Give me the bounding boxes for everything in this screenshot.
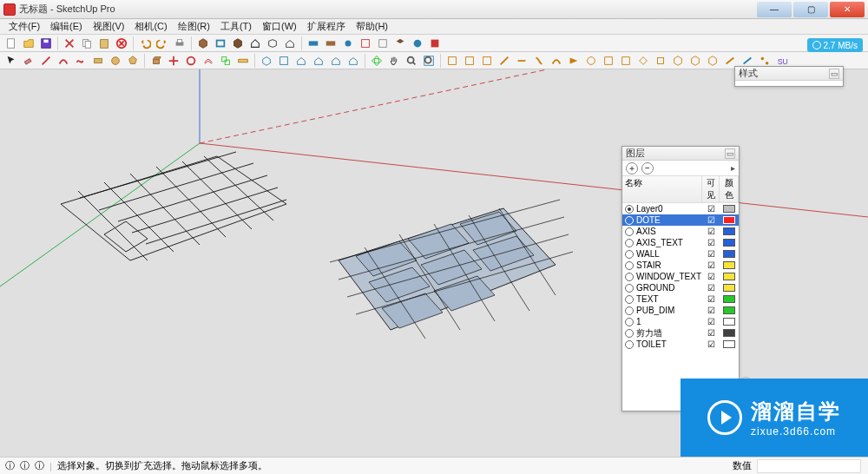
ext-btn-3[interactable] [340, 36, 356, 51]
polygon-tool[interactable] [125, 53, 141, 69]
layer-active-radio[interactable] [625, 306, 634, 315]
plugin-icon[interactable] [496, 53, 512, 69]
layers-menu-button[interactable]: ▸ [731, 163, 735, 173]
layer-color-swatch[interactable] [723, 227, 735, 235]
house-button[interactable] [282, 36, 298, 51]
box-button[interactable] [265, 36, 280, 51]
layer-row[interactable]: 1☑ [622, 316, 739, 327]
layer-color-swatch[interactable] [723, 261, 735, 269]
layer-color-swatch[interactable] [723, 205, 735, 213]
ext-btn-4[interactable] [358, 36, 373, 51]
layers-panel[interactable]: 图层 ▭ ＋ − ▸ 名称 可见 颜色 Layer0☑DOTE☑AXIS☑AXI… [621, 146, 740, 411]
layer-active-radio[interactable] [625, 216, 634, 225]
pan-tool[interactable] [386, 53, 402, 69]
layer-visible-checkbox[interactable]: ☑ [702, 328, 720, 338]
left-view-button[interactable] [345, 53, 361, 69]
layer-color-swatch[interactable] [723, 239, 735, 247]
print-button[interactable] [172, 36, 187, 51]
layer-color-swatch[interactable] [723, 340, 735, 348]
layer-visible-checkbox[interactable]: ☑ [702, 215, 720, 225]
menu-view[interactable]: 视图(V) [88, 20, 130, 33]
layer-active-radio[interactable] [625, 250, 634, 259]
menu-help[interactable]: 帮助(H) [351, 20, 393, 33]
layer-color-swatch[interactable] [723, 318, 735, 326]
scale-tool[interactable] [218, 53, 233, 69]
ext-btn-7[interactable] [410, 36, 425, 51]
plugin-icon[interactable] [566, 53, 582, 69]
layer-active-radio[interactable] [625, 329, 634, 338]
window-maximize-button[interactable]: ▢ [793, 2, 828, 17]
layer-color-swatch[interactable] [723, 250, 735, 258]
layer-visible-checkbox[interactable]: ☑ [702, 227, 720, 236]
plugin-icon[interactable] [531, 53, 547, 69]
offset-tool[interactable] [201, 53, 216, 69]
plugin-icon[interactable] [462, 53, 477, 69]
pushpull-tool[interactable] [148, 53, 164, 69]
rect-tool[interactable] [90, 53, 106, 69]
plugin-icon[interactable] [583, 53, 599, 69]
layer-color-swatch[interactable] [723, 284, 735, 292]
status-icon[interactable]: ⓘ [35, 459, 44, 472]
new-file-button[interactable] [3, 36, 19, 51]
dim-input[interactable] [757, 459, 861, 473]
add-layer-button[interactable]: ＋ [626, 162, 638, 174]
ext-btn-6[interactable] [392, 36, 408, 51]
layer-visible-checkbox[interactable]: ☑ [702, 238, 720, 247]
open-file-button[interactable] [21, 36, 36, 51]
rotate-tool[interactable] [183, 53, 199, 69]
layer-color-swatch[interactable] [723, 273, 735, 280]
layer-color-swatch[interactable] [723, 329, 735, 337]
layer-row[interactable]: Layer0☑ [622, 203, 739, 214]
window-close-button[interactable]: ✕ [830, 2, 865, 17]
layer-active-radio[interactable] [625, 284, 634, 293]
zoom-tool[interactable] [404, 53, 419, 69]
layer-visible-checkbox[interactable]: ☑ [702, 283, 720, 293]
layer-row[interactable]: TOILET☑ [622, 339, 739, 350]
front-view-button[interactable] [293, 53, 309, 69]
layer-color-swatch[interactable] [723, 216, 735, 224]
ext-btn-5[interactable] [375, 36, 391, 51]
plugin-icon[interactable] [670, 53, 686, 69]
select-tool[interactable] [3, 53, 19, 69]
plugin-icon[interactable] [549, 53, 564, 69]
layer-row[interactable]: WINDOW_TEXT☑ [622, 271, 739, 282]
styles-panel[interactable]: 样式 ▭ [734, 66, 844, 87]
menu-edit[interactable]: 编辑(E) [45, 20, 88, 33]
plugin-icon[interactable] [687, 53, 703, 69]
layer-visible-checkbox[interactable]: ☑ [702, 294, 720, 304]
col-color[interactable]: 颜色 [720, 176, 739, 202]
layer-active-radio[interactable] [625, 227, 634, 236]
plugin-icon[interactable] [635, 53, 651, 69]
menu-draw[interactable]: 绘图(R) [173, 20, 215, 33]
zoom-extents-button[interactable] [421, 53, 437, 69]
freehand-tool[interactable] [73, 53, 89, 69]
copy-button[interactable] [79, 36, 95, 51]
remove-layer-button[interactable]: − [641, 162, 654, 174]
plugin-icon[interactable] [514, 53, 529, 69]
col-name[interactable]: 名称 [622, 176, 702, 202]
layer-visible-checkbox[interactable]: ☑ [702, 204, 720, 214]
plugin-icon[interactable] [653, 53, 668, 69]
layer-visible-checkbox[interactable]: ☑ [702, 306, 720, 315]
layer-visible-checkbox[interactable]: ☑ [702, 260, 720, 270]
layer-row[interactable]: PUB_DIM☑ [622, 305, 739, 316]
plugin-icon[interactable] [479, 53, 495, 69]
right-view-button[interactable] [311, 53, 326, 69]
layer-active-radio[interactable] [625, 261, 634, 270]
ext-btn-8[interactable] [427, 36, 443, 51]
orbit-tool[interactable] [369, 53, 385, 69]
undo-button[interactable] [137, 36, 153, 51]
plugin-icon[interactable] [601, 53, 616, 69]
menu-ext[interactable]: 扩展程序 [302, 20, 351, 33]
arc-tool[interactable] [56, 53, 71, 69]
layer-row[interactable]: WALL☑ [622, 248, 739, 260]
layer-row[interactable]: STAIR☑ [622, 260, 739, 271]
delete-button[interactable] [114, 36, 129, 51]
panel-close-icon[interactable]: ▭ [725, 148, 735, 159]
group-button[interactable] [213, 36, 228, 51]
col-visible[interactable]: 可见 [702, 176, 720, 202]
home-button[interactable] [247, 36, 263, 51]
window-minimize-button[interactable]: — [757, 2, 792, 17]
layer-color-swatch[interactable] [723, 306, 735, 314]
layer-visible-checkbox[interactable]: ☑ [702, 272, 720, 281]
